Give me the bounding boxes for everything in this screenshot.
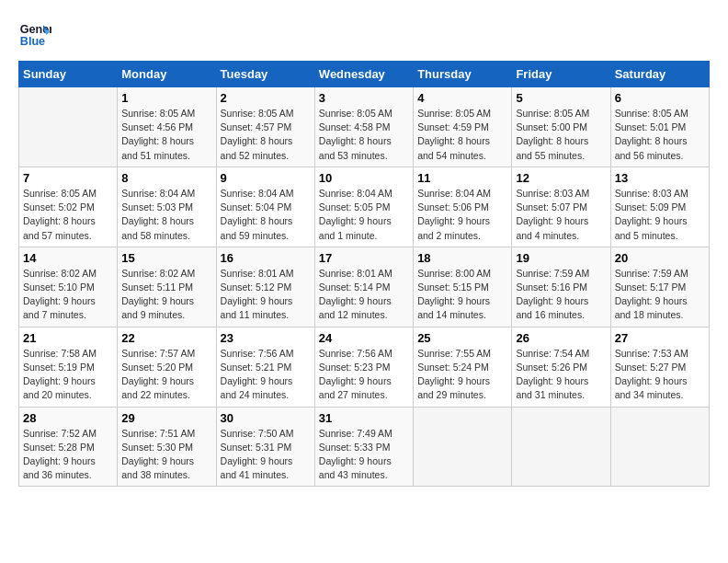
calendar-cell: 8Sunrise: 8:04 AMSunset: 5:03 PMDaylight… <box>118 167 216 247</box>
calendar-cell: 24Sunrise: 7:56 AMSunset: 5:23 PMDayligh… <box>314 327 413 407</box>
day-info: Sunrise: 8:02 AMSunset: 5:10 PMDaylight:… <box>23 267 113 323</box>
calendar-cell: 30Sunrise: 7:50 AMSunset: 5:31 PMDayligh… <box>216 407 314 487</box>
calendar-cell <box>19 87 118 167</box>
day-info: Sunrise: 8:01 AMSunset: 5:12 PMDaylight:… <box>221 267 311 323</box>
calendar-week-row: 7Sunrise: 8:05 AMSunset: 5:02 PMDaylight… <box>19 167 710 247</box>
calendar-cell: 28Sunrise: 7:52 AMSunset: 5:28 PMDayligh… <box>19 407 118 487</box>
calendar-week-row: 14Sunrise: 8:02 AMSunset: 5:10 PMDayligh… <box>19 247 710 327</box>
day-number: 9 <box>221 171 311 185</box>
day-info: Sunrise: 8:05 AMSunset: 4:59 PMDaylight:… <box>417 107 507 163</box>
day-number: 18 <box>417 251 507 265</box>
calendar-cell: 25Sunrise: 7:55 AMSunset: 5:24 PMDayligh… <box>414 327 512 407</box>
calendar-cell: 29Sunrise: 7:51 AMSunset: 5:30 PMDayligh… <box>118 407 216 487</box>
calendar-cell: 3Sunrise: 8:05 AMSunset: 4:58 PMDaylight… <box>314 87 413 167</box>
day-info: Sunrise: 7:49 AMSunset: 5:33 PMDaylight:… <box>319 427 409 483</box>
day-number: 14 <box>23 251 113 265</box>
day-info: Sunrise: 7:54 AMSunset: 5:26 PMDaylight:… <box>516 347 606 403</box>
calendar-week-row: 21Sunrise: 7:58 AMSunset: 5:19 PMDayligh… <box>19 327 710 407</box>
calendar-cell: 16Sunrise: 8:01 AMSunset: 5:12 PMDayligh… <box>216 247 314 327</box>
day-number: 6 <box>615 91 705 105</box>
day-number: 25 <box>417 331 507 345</box>
calendar-cell: 15Sunrise: 8:02 AMSunset: 5:11 PMDayligh… <box>118 247 216 327</box>
day-number: 7 <box>23 171 113 185</box>
weekday-header-row: SundayMondayTuesdayWednesdayThursdayFrid… <box>19 62 710 87</box>
day-number: 3 <box>319 91 409 105</box>
calendar-cell: 27Sunrise: 7:53 AMSunset: 5:27 PMDayligh… <box>610 327 709 407</box>
calendar-cell <box>512 407 610 487</box>
day-info: Sunrise: 8:04 AMSunset: 5:05 PMDaylight:… <box>319 187 409 243</box>
weekday-header-saturday: Saturday <box>610 62 709 87</box>
day-info: Sunrise: 7:56 AMSunset: 5:21 PMDaylight:… <box>221 347 311 403</box>
day-info: Sunrise: 8:00 AMSunset: 5:15 PMDaylight:… <box>417 267 507 323</box>
day-info: Sunrise: 8:04 AMSunset: 5:03 PMDaylight:… <box>121 187 211 243</box>
calendar-cell: 12Sunrise: 8:03 AMSunset: 5:07 PMDayligh… <box>512 167 610 247</box>
day-number: 10 <box>319 171 409 185</box>
calendar-cell: 2Sunrise: 8:05 AMSunset: 4:57 PMDaylight… <box>216 87 314 167</box>
day-info: Sunrise: 8:05 AMSunset: 5:02 PMDaylight:… <box>23 187 113 243</box>
day-number: 16 <box>221 251 311 265</box>
day-info: Sunrise: 8:05 AMSunset: 5:01 PMDaylight:… <box>615 107 705 163</box>
calendar-cell: 1Sunrise: 8:05 AMSunset: 4:56 PMDaylight… <box>118 87 216 167</box>
day-number: 20 <box>615 251 705 265</box>
day-info: Sunrise: 7:55 AMSunset: 5:24 PMDaylight:… <box>417 347 507 403</box>
weekday-header-tuesday: Tuesday <box>216 62 314 87</box>
calendar-cell: 26Sunrise: 7:54 AMSunset: 5:26 PMDayligh… <box>512 327 610 407</box>
calendar-cell: 13Sunrise: 8:03 AMSunset: 5:09 PMDayligh… <box>610 167 709 247</box>
calendar-cell: 18Sunrise: 8:00 AMSunset: 5:15 PMDayligh… <box>414 247 512 327</box>
page-header: General Blue <box>18 18 710 52</box>
day-number: 13 <box>615 171 705 185</box>
day-number: 30 <box>221 411 311 425</box>
day-number: 31 <box>319 411 409 425</box>
day-number: 22 <box>121 331 211 345</box>
calendar-cell: 17Sunrise: 8:01 AMSunset: 5:14 PMDayligh… <box>314 247 413 327</box>
day-info: Sunrise: 7:52 AMSunset: 5:28 PMDaylight:… <box>23 427 113 483</box>
day-number: 15 <box>121 251 211 265</box>
calendar-cell: 5Sunrise: 8:05 AMSunset: 5:00 PMDaylight… <box>512 87 610 167</box>
day-info: Sunrise: 8:03 AMSunset: 5:07 PMDaylight:… <box>516 187 606 243</box>
day-number: 8 <box>121 171 211 185</box>
day-number: 27 <box>615 331 705 345</box>
day-number: 17 <box>319 251 409 265</box>
day-info: Sunrise: 8:02 AMSunset: 5:11 PMDaylight:… <box>121 267 211 323</box>
day-info: Sunrise: 7:59 AMSunset: 5:17 PMDaylight:… <box>615 267 705 323</box>
day-number: 26 <box>516 331 606 345</box>
day-info: Sunrise: 8:03 AMSunset: 5:09 PMDaylight:… <box>615 187 705 243</box>
day-number: 5 <box>516 91 606 105</box>
day-info: Sunrise: 7:57 AMSunset: 5:20 PMDaylight:… <box>121 347 211 403</box>
day-info: Sunrise: 8:05 AMSunset: 4:58 PMDaylight:… <box>319 107 409 163</box>
day-info: Sunrise: 7:59 AMSunset: 5:16 PMDaylight:… <box>516 267 606 323</box>
calendar-cell: 11Sunrise: 8:04 AMSunset: 5:06 PMDayligh… <box>414 167 512 247</box>
day-number: 19 <box>516 251 606 265</box>
calendar-cell <box>414 407 512 487</box>
day-info: Sunrise: 7:53 AMSunset: 5:27 PMDaylight:… <box>615 347 705 403</box>
calendar-cell: 23Sunrise: 7:56 AMSunset: 5:21 PMDayligh… <box>216 327 314 407</box>
day-info: Sunrise: 8:05 AMSunset: 5:00 PMDaylight:… <box>516 107 606 163</box>
day-info: Sunrise: 7:51 AMSunset: 5:30 PMDaylight:… <box>121 427 211 483</box>
day-number: 28 <box>23 411 113 425</box>
calendar-week-row: 1Sunrise: 8:05 AMSunset: 4:56 PMDaylight… <box>19 87 710 167</box>
day-info: Sunrise: 8:04 AMSunset: 5:04 PMDaylight:… <box>221 187 311 243</box>
day-number: 11 <box>417 171 507 185</box>
day-info: Sunrise: 7:58 AMSunset: 5:19 PMDaylight:… <box>23 347 113 403</box>
day-info: Sunrise: 7:50 AMSunset: 5:31 PMDaylight:… <box>221 427 311 483</box>
day-info: Sunrise: 8:05 AMSunset: 4:57 PMDaylight:… <box>221 107 311 163</box>
calendar-week-row: 28Sunrise: 7:52 AMSunset: 5:28 PMDayligh… <box>19 407 710 487</box>
weekday-header-wednesday: Wednesday <box>314 62 413 87</box>
svg-text:Blue: Blue <box>20 35 45 48</box>
calendar-cell: 31Sunrise: 7:49 AMSunset: 5:33 PMDayligh… <box>314 407 413 487</box>
weekday-header-sunday: Sunday <box>19 62 118 87</box>
calendar-cell: 19Sunrise: 7:59 AMSunset: 5:16 PMDayligh… <box>512 247 610 327</box>
calendar-cell: 21Sunrise: 7:58 AMSunset: 5:19 PMDayligh… <box>19 327 118 407</box>
day-number: 29 <box>121 411 211 425</box>
day-number: 4 <box>417 91 507 105</box>
calendar-cell: 10Sunrise: 8:04 AMSunset: 5:05 PMDayligh… <box>314 167 413 247</box>
day-info: Sunrise: 7:56 AMSunset: 5:23 PMDaylight:… <box>319 347 409 403</box>
weekday-header-friday: Friday <box>512 62 610 87</box>
calendar-cell <box>610 407 709 487</box>
calendar-cell: 4Sunrise: 8:05 AMSunset: 4:59 PMDaylight… <box>414 87 512 167</box>
day-number: 1 <box>121 91 211 105</box>
day-number: 12 <box>516 171 606 185</box>
logo: General Blue <box>18 18 55 52</box>
calendar-cell: 7Sunrise: 8:05 AMSunset: 5:02 PMDaylight… <box>19 167 118 247</box>
logo-icon: General Blue <box>18 18 51 52</box>
